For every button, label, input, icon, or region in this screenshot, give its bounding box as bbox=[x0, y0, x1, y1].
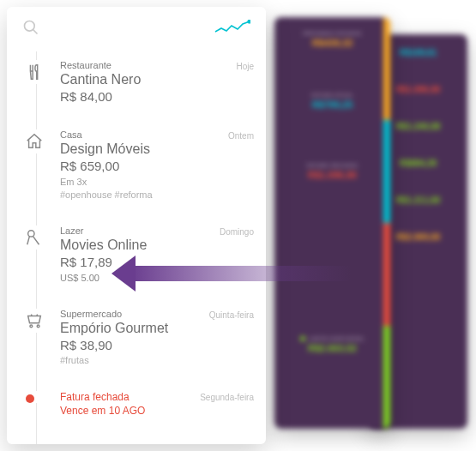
limit-label: LIMITE DISPONÍVEL bbox=[300, 336, 365, 341]
transaction-category: Supermercado bbox=[60, 309, 209, 319]
transaction-usd: US$ 5.00 bbox=[60, 273, 220, 283]
background-limits-card: PRÓXIMAS FATURAS R$439,32 FATURA ATUAL R… bbox=[274, 17, 390, 429]
svg-point-0 bbox=[25, 21, 35, 32]
transactions-card: Restaurante Cantina Nero R$ 84,00 Hoje C… bbox=[7, 7, 266, 444]
home-icon bbox=[22, 129, 46, 153]
transaction-row[interactable]: Supermercado Empório Gourmet R$ 38,90 #f… bbox=[22, 297, 254, 379]
statement-value: R$884,39 bbox=[400, 159, 437, 168]
limit-value: R$2.663,52 bbox=[308, 343, 357, 353]
statement-value: R$2.069,00 bbox=[396, 232, 441, 242]
transaction-category: Restaurante bbox=[60, 60, 236, 70]
transaction-title: Movies Online bbox=[60, 238, 220, 253]
svg-point-5 bbox=[37, 325, 39, 328]
invoice-closed-row[interactable]: Fatura fechada Vence em 10 AGO Segunda-f… bbox=[22, 379, 254, 432]
statement-value: R$169,61 bbox=[400, 48, 437, 57]
transaction-day: Quinta-feira bbox=[209, 309, 254, 320]
limit-label: FATURA ATUAL bbox=[311, 93, 353, 98]
chart-icon[interactable] bbox=[214, 20, 250, 39]
cart-icon bbox=[22, 309, 46, 333]
transaction-feed[interactable]: Restaurante Cantina Nero R$ 84,00 Hoje C… bbox=[7, 48, 266, 444]
search-icon[interactable] bbox=[22, 19, 39, 39]
dot-red-icon bbox=[26, 394, 34, 403]
restaurant-icon bbox=[22, 60, 46, 84]
transaction-tags: #frutas bbox=[60, 355, 209, 365]
transaction-row[interactable]: Casa Design Móveis R$ 659,00 Em 3x #open… bbox=[22, 117, 254, 213]
transaction-category: Casa bbox=[60, 129, 228, 140]
transaction-row[interactable]: Lazer Movies Online R$ 17,89 US$ 5.00 Do… bbox=[22, 213, 254, 297]
transaction-title: Design Móveis bbox=[60, 141, 228, 157]
svg-point-4 bbox=[30, 325, 33, 328]
statement-value: R$1.096,90 bbox=[396, 85, 441, 94]
transaction-tags: #openhouse #reforma bbox=[60, 189, 228, 200]
svg-line-1 bbox=[33, 30, 38, 34]
transaction-row[interactable]: Restaurante Cantina Nero R$ 84,00 Hoje bbox=[22, 48, 254, 117]
transaction-amount: R$ 84,00 bbox=[60, 89, 236, 104]
statement-value: R$1.240,08 bbox=[396, 122, 441, 131]
transaction-day: Segunda-feira bbox=[200, 391, 254, 402]
limit-value: R$1.096,90 bbox=[308, 170, 357, 180]
dot-icon bbox=[300, 336, 305, 341]
transaction-day: Domingo bbox=[220, 226, 254, 237]
transaction-amount: R$ 659,00 bbox=[60, 159, 228, 173]
limit-label: FATURA FECHADA bbox=[306, 163, 358, 168]
limit-label: PRÓXIMAS FATURAS bbox=[303, 31, 362, 36]
transaction-day: Hoje bbox=[236, 60, 254, 71]
transaction-amount: R$ 38,90 bbox=[60, 338, 209, 352]
invoice-due: Vence em 10 AGO bbox=[60, 405, 200, 417]
svg-point-2 bbox=[248, 20, 250, 23]
transaction-amount: R$ 17,89 bbox=[60, 255, 220, 269]
limit-value: R$439,32 bbox=[312, 38, 353, 48]
limit-value: R$799,25 bbox=[312, 99, 353, 110]
invoice-closed-label: Fatura fechada bbox=[60, 391, 200, 403]
transaction-category: Lazer bbox=[60, 226, 220, 236]
leisure-icon bbox=[22, 226, 46, 250]
header bbox=[7, 7, 266, 48]
transaction-title: Empório Gourmet bbox=[60, 321, 209, 336]
statement-value: R$1.211,60 bbox=[396, 195, 441, 205]
transaction-title: Cantina Nero bbox=[60, 72, 236, 87]
transaction-day: Ontem bbox=[228, 129, 254, 141]
color-tabs bbox=[383, 17, 390, 429]
transaction-installments: Em 3x bbox=[60, 177, 228, 187]
